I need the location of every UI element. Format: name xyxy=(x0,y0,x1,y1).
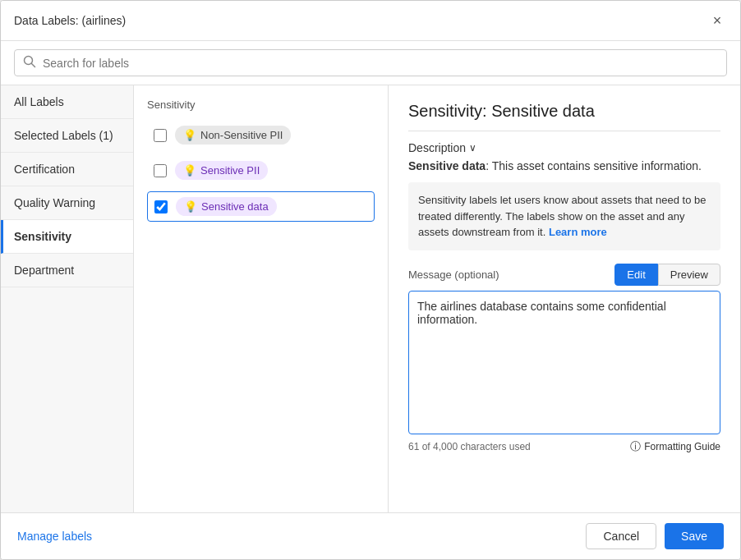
label-row-sensitive-data[interactable]: 💡 Sensitive data xyxy=(147,191,375,222)
info-box: Sensitivity labels let users know about … xyxy=(408,182,720,250)
label-chip-non-sensitive-pii: 💡 Non-Sensitive PII xyxy=(175,126,291,145)
label-chip-sensitive-pii: 💡 Sensitive PII xyxy=(175,161,268,180)
checkbox-sensitive-pii[interactable] xyxy=(154,164,167,177)
dialog-footer: Manage labels Cancel Save xyxy=(1,512,740,559)
label-text-sensitive-data: Sensitive data xyxy=(201,200,269,213)
cancel-button[interactable]: Cancel xyxy=(586,523,656,549)
right-panel: Sensitivity: Sensitive data Description … xyxy=(389,85,740,512)
message-textarea[interactable]: The airlines database contains some conf… xyxy=(408,291,720,434)
close-button[interactable]: × xyxy=(707,11,727,30)
title-bar: Data Labels: (airlines) × xyxy=(1,1,740,41)
edit-tab[interactable]: Edit xyxy=(614,264,657,286)
dialog-title: Data Labels: (airlines) xyxy=(14,14,126,27)
sidebar-item-selected-labels[interactable]: Selected Labels (1) xyxy=(1,119,133,153)
description-label: Description xyxy=(408,141,466,154)
message-header: Message (optional) Edit Preview xyxy=(408,264,720,286)
dialog-container: Data Labels: (airlines) × All Labels Sel… xyxy=(0,0,741,560)
footer-buttons: Cancel Save xyxy=(586,523,724,549)
label-text-non-sensitive-pii: Non-Sensitive PII xyxy=(200,129,283,141)
sidebar-item-certification[interactable]: Certification xyxy=(1,153,133,186)
search-input[interactable] xyxy=(43,57,718,70)
lamp-icon-sensitive-data: 💡 xyxy=(184,200,197,213)
description-rest: : This asset contains sensitive informat… xyxy=(486,159,702,172)
info-icon: ⓘ xyxy=(630,439,641,454)
formatting-guide-link[interactable]: ⓘ Formatting Guide xyxy=(630,439,720,454)
save-button[interactable]: Save xyxy=(665,523,724,549)
sidebar-item-quality-warning[interactable]: Quality Warning xyxy=(1,186,133,220)
right-title: Sensitivity: Sensitive data xyxy=(408,102,720,121)
char-count: 61 of 4,000 characters used xyxy=(408,441,531,452)
message-tabs: Edit Preview xyxy=(614,264,720,286)
checkbox-sensitive-data[interactable] xyxy=(154,200,168,213)
dialog-body: All Labels Selected Labels (1) Certifica… xyxy=(1,85,740,512)
search-bar xyxy=(1,41,740,85)
sidebar-item-department[interactable]: Department xyxy=(1,254,133,287)
label-row-non-sensitive-pii[interactable]: 💡 Non-Sensitive PII xyxy=(147,121,375,149)
manage-labels-link[interactable]: Manage labels xyxy=(17,530,92,543)
center-section-title: Sensitivity xyxy=(147,99,375,111)
message-label: Message (optional) xyxy=(408,269,499,281)
center-panel: Sensitivity 💡 Non-Sensitive PII 💡 Sensit… xyxy=(134,85,389,512)
formatting-guide-label: Formatting Guide xyxy=(644,441,720,452)
chevron-down-icon: ∨ xyxy=(469,142,476,154)
label-chip-sensitive-data: 💡 Sensitive data xyxy=(176,197,277,216)
description-bold: Sensitive data xyxy=(408,159,486,172)
divider xyxy=(408,131,720,131)
sidebar-item-all-labels[interactable]: All Labels xyxy=(1,85,133,119)
checkbox-non-sensitive-pii[interactable] xyxy=(154,129,167,142)
sidebar: All Labels Selected Labels (1) Certifica… xyxy=(1,85,134,512)
description-header[interactable]: Description ∨ xyxy=(408,141,720,154)
message-footer: 61 of 4,000 characters used ⓘ Formatting… xyxy=(408,439,720,454)
lamp-icon-non-sensitive: 💡 xyxy=(183,129,196,141)
search-icon xyxy=(23,55,36,71)
sidebar-item-sensitivity[interactable]: Sensitivity xyxy=(1,220,133,254)
description-text: Sensitive data: This asset contains sens… xyxy=(408,159,720,172)
label-text-sensitive-pii: Sensitive PII xyxy=(200,164,260,177)
lamp-icon-sensitive-pii: 💡 xyxy=(183,164,196,177)
learn-more-link[interactable]: Learn more xyxy=(549,226,607,238)
preview-tab[interactable]: Preview xyxy=(658,264,720,286)
svg-line-1 xyxy=(32,64,35,67)
search-input-wrap xyxy=(14,49,727,76)
label-row-sensitive-pii[interactable]: 💡 Sensitive PII xyxy=(147,156,375,185)
message-section: Message (optional) Edit Preview The airl… xyxy=(408,264,720,454)
